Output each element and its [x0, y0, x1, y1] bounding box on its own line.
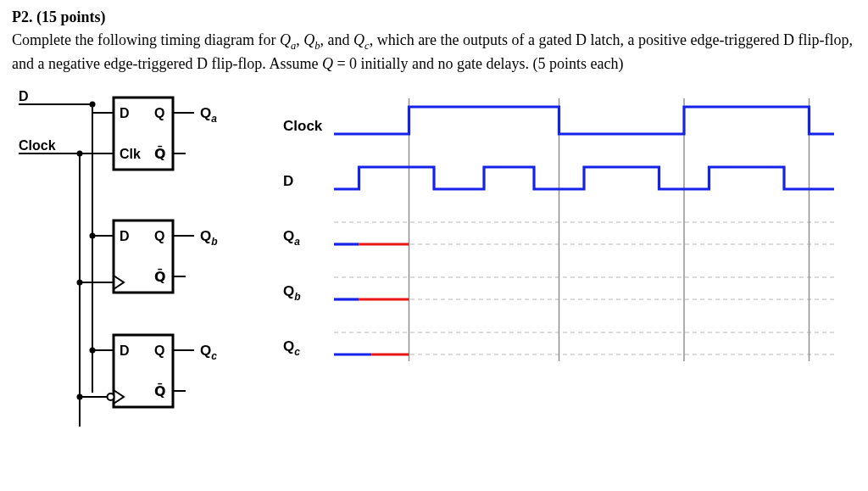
svg-text:D: D — [283, 173, 293, 189]
pos-qbar: Q̄ — [154, 268, 166, 284]
qa-sym: Q — [280, 31, 291, 48]
problem-header: P2. (15 points) — [12, 8, 856, 26]
svg-point-17 — [77, 150, 83, 156]
comma1: , — [296, 31, 303, 48]
neg-qbar: Q̄ — [154, 382, 166, 399]
qb-out: Qb — [200, 228, 218, 248]
latch-q: Q — [154, 106, 164, 120]
pos-q: Q — [154, 229, 164, 243]
pos-d: D — [120, 229, 130, 243]
svg-point-20 — [90, 347, 96, 353]
problem-body: Complete the following timing diagram fo… — [12, 30, 856, 74]
q-init: Q — [322, 55, 333, 72]
qb-sym: Q — [303, 31, 314, 48]
qc-out: Qc — [200, 343, 217, 362]
circuit-diagram: D Clock D Q Clk Q̄ D Q Q̄ D Q Q̄ Qa Qb Q… — [12, 87, 249, 444]
qc-sym: Q — [353, 31, 364, 48]
timing-diagram: ClockDQaQbQc — [275, 87, 856, 410]
svg-point-19 — [77, 279, 83, 285]
svg-text:Qb: Qb — [283, 283, 301, 303]
problem-title: P2. (15 points) — [12, 8, 106, 25]
eq-zero: = 0 initially and no gate delays. (5 poi… — [333, 55, 624, 72]
body-prefix: Complete the following timing diagram fo… — [12, 31, 280, 48]
svg-point-21 — [77, 393, 83, 399]
svg-point-16 — [90, 101, 96, 107]
svg-point-25 — [108, 393, 114, 400]
svg-text:Qa: Qa — [283, 228, 300, 248]
comma2: , and — [320, 31, 354, 48]
neg-q: Q — [154, 343, 164, 358]
latch-qbar: Q̄ — [154, 145, 166, 161]
svg-text:Qc: Qc — [283, 338, 300, 358]
qa-out: Qa — [200, 105, 217, 125]
svg-text:Clock: Clock — [283, 118, 323, 134]
latch-clk: Clk — [120, 147, 141, 161]
latch-d: D — [120, 106, 130, 120]
svg-point-18 — [90, 232, 96, 238]
clock-input-label: Clock — [19, 138, 56, 153]
d-input-label: D — [19, 89, 29, 103]
neg-d: D — [120, 343, 130, 358]
